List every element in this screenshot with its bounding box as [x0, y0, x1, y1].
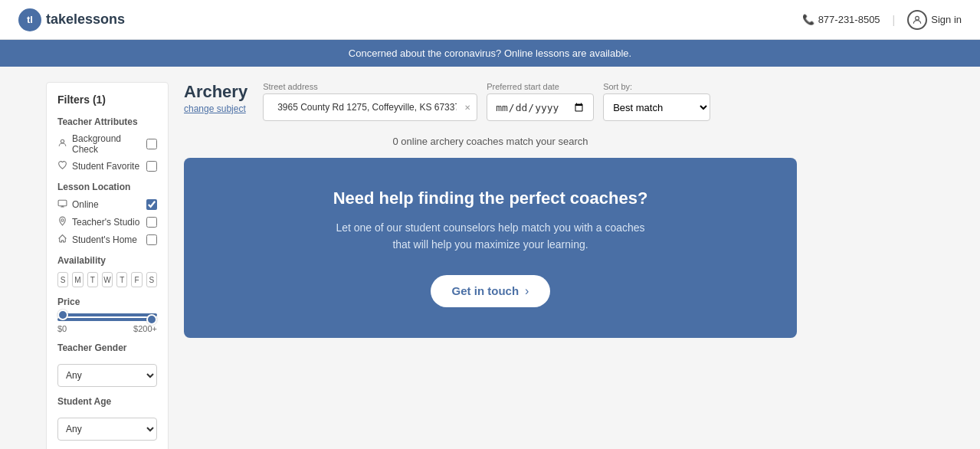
- address-label: Street address: [263, 82, 477, 91]
- background-check-icon: [57, 138, 67, 150]
- corona-banner: Concerned about the coronavirus? Online …: [0, 40, 980, 67]
- teachers-studio-label: Teacher's Studio: [72, 217, 139, 228]
- help-card-desc: Let one of our student counselors help m…: [329, 219, 651, 254]
- price-title: Price: [57, 297, 157, 307]
- get-in-touch-label: Get in touch: [452, 284, 519, 297]
- background-check-left: Background Check: [57, 133, 146, 155]
- help-card: Need help finding the perfect coaches? L…: [184, 158, 797, 338]
- background-check-filter: Background Check: [57, 133, 157, 155]
- header: tl takelessons 📞 877-231-8505 | Sign in: [0, 0, 980, 40]
- price-range: $0 $200+: [57, 313, 157, 333]
- day-wed[interactable]: W: [102, 272, 113, 287]
- change-subject-link[interactable]: change subject: [184, 103, 247, 114]
- day-sat[interactable]: S: [146, 272, 157, 287]
- clear-address-icon[interactable]: ✕: [464, 103, 470, 112]
- students-home-checkbox[interactable]: [146, 234, 157, 245]
- day-thu[interactable]: T: [116, 272, 127, 287]
- date-input[interactable]: [487, 93, 594, 121]
- online-checkbox[interactable]: [146, 199, 157, 210]
- search-row: Street address ✕ Preferred start date So…: [263, 82, 797, 121]
- subject-section: Archery change subject: [184, 82, 247, 114]
- banner-text: Concerned about the coronavirus? Online …: [349, 48, 631, 59]
- online-left: Online: [57, 198, 99, 211]
- day-sun[interactable]: S: [57, 272, 68, 287]
- price-labels: $0 $200+: [57, 324, 157, 333]
- logo[interactable]: tl takelessons: [18, 8, 125, 31]
- get-in-touch-button[interactable]: Get in touch ›: [431, 275, 551, 307]
- students-home-left: Student's Home: [57, 234, 137, 246]
- phone-area: 📞 877-231-8505: [802, 14, 880, 25]
- teachers-studio-icon: [57, 216, 67, 228]
- students-home-label: Student's Home: [72, 234, 137, 245]
- day-fri[interactable]: F: [131, 272, 142, 287]
- day-tue[interactable]: T: [87, 272, 98, 287]
- teacher-attributes-title: Teacher Attributes: [57, 116, 157, 127]
- date-label: Preferred start date: [487, 82, 594, 91]
- filters-sidebar: Filters (1) Teacher Attributes Backgroun…: [46, 82, 169, 449]
- header-right: 📞 877-231-8505 | Sign in: [802, 10, 962, 30]
- header-divider: |: [893, 14, 896, 26]
- logo-text: takelessons: [46, 11, 125, 28]
- student-favorite-icon: [57, 160, 67, 172]
- student-favorite-label: Student Favorite: [72, 161, 139, 172]
- teacher-gender-select[interactable]: Any Male Female: [57, 364, 157, 387]
- phone-number: 877-231-8505: [818, 14, 880, 25]
- teachers-studio-left: Teacher's Studio: [57, 216, 139, 228]
- price-min-label: $0: [57, 324, 67, 333]
- get-in-touch-arrow: ›: [525, 284, 529, 298]
- sign-in-label[interactable]: Sign in: [931, 14, 962, 25]
- result-summary: 0 online archery coaches match your sear…: [184, 136, 797, 147]
- user-icon: [907, 10, 927, 30]
- day-mon[interactable]: M: [72, 272, 83, 287]
- phone-icon: 📞: [802, 14, 814, 25]
- page-body: Filters (1) Teacher Attributes Backgroun…: [0, 67, 980, 449]
- student-favorite-filter: Student Favorite: [57, 160, 157, 172]
- availability-title: Availability: [57, 255, 157, 266]
- help-card-title: Need help finding the perfect coaches?: [207, 188, 774, 208]
- students-home-filter: Student's Home: [57, 234, 157, 246]
- date-field-group: Preferred start date: [487, 82, 594, 121]
- student-favorite-left: Student Favorite: [57, 160, 139, 172]
- online-icon: [57, 198, 67, 211]
- student-favorite-checkbox[interactable]: [146, 161, 157, 172]
- online-label: Online: [72, 199, 99, 210]
- subject-title: Archery: [184, 82, 247, 102]
- sort-field-group: Sort by: Best match Price: Low to High P…: [603, 82, 710, 121]
- background-check-label: Background Check: [72, 133, 146, 155]
- svg-point-0: [916, 16, 919, 20]
- sort-select[interactable]: Best match Price: Low to High Price: Hig…: [603, 93, 710, 121]
- subject-search-row: Archery change subject Street address ✕ …: [184, 82, 797, 126]
- lesson-location-title: Lesson Location: [57, 182, 157, 192]
- price-slider-max[interactable]: [57, 318, 157, 321]
- background-check-checkbox[interactable]: [146, 139, 157, 149]
- address-field-group: Street address ✕: [263, 82, 477, 121]
- student-age-title: Student Age: [57, 396, 157, 407]
- address-input[interactable]: [270, 93, 464, 121]
- sort-label: Sort by:: [603, 82, 710, 91]
- filters-header: Filters (1): [57, 93, 157, 106]
- student-age-select[interactable]: Any Child Teen Adult: [57, 418, 157, 441]
- sign-in-area[interactable]: Sign in: [907, 10, 962, 30]
- teachers-studio-checkbox[interactable]: [146, 217, 157, 228]
- students-home-icon: [57, 234, 67, 246]
- teacher-gender-title: Teacher Gender: [57, 342, 157, 353]
- logo-icon: tl: [18, 8, 41, 31]
- availability-days: S M T W T F S: [57, 272, 157, 287]
- content-area: Archery change subject Street address ✕ …: [184, 82, 797, 338]
- svg-point-1: [61, 139, 64, 143]
- svg-point-3: [61, 219, 64, 221]
- price-max-label: $200+: [133, 324, 157, 333]
- online-filter: Online: [57, 198, 157, 211]
- teachers-studio-filter: Teacher's Studio: [57, 216, 157, 228]
- svg-rect-2: [58, 200, 67, 206]
